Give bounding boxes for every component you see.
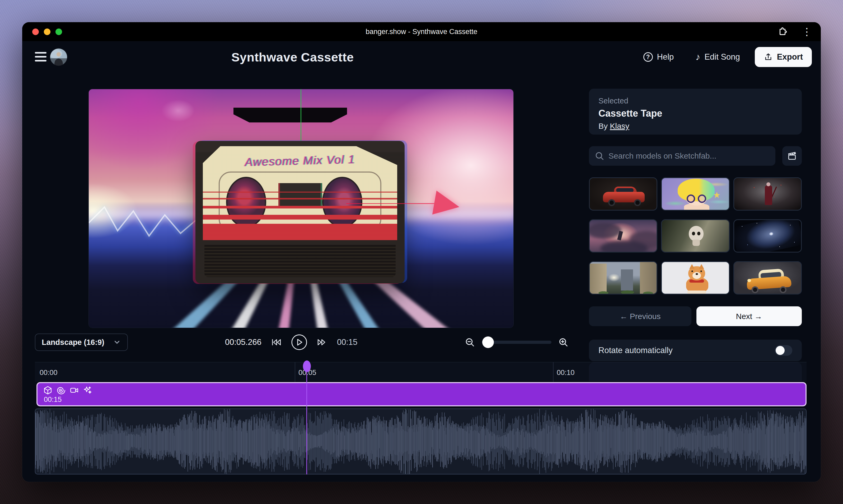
toggle-knob [776,346,785,355]
app-window: banger.show - Synthwave Cassette ⋮ Synth… [22,22,821,482]
rotate-card: Rotate automatically [589,340,802,361]
window-title: banger.show - Synthwave Cassette [22,22,821,41]
video-camera-icon [70,386,79,395]
ruler-tick: 00:00 [40,368,57,377]
clapperboard-icon [787,151,797,161]
chevron-down-icon [113,338,121,346]
app-header: Synthwave Cassette ? Help ♪ Edit Song Ex… [22,41,821,73]
vhs-noise [195,141,405,283]
my-uploads-button[interactable] [782,146,802,166]
zoom-slider[interactable] [482,341,551,344]
timeline-clip[interactable]: 00:15 [36,382,807,407]
avatar[interactable] [50,49,67,66]
page-title: Synthwave Cassette [231,41,354,73]
ruler-tick: 00:10 [557,368,575,377]
background-silhouette [234,108,347,123]
spiral-icon [56,386,66,395]
rewind-button[interactable] [271,338,281,347]
search-row [589,146,802,166]
model-thumbnail-ruined-city[interactable] [589,261,657,294]
selected-model-name: Cassette Tape [599,108,792,119]
audio-waveform[interactable] [35,409,807,474]
model-thumbnail-anime-girl[interactable] [661,177,729,211]
model-thumbnail-vintage-orange-car[interactable] [734,261,802,294]
model-byline: By Klasy [599,122,792,131]
previous-button[interactable]: ← Previous [589,306,691,326]
playhead[interactable] [303,359,311,475]
clip-duration-label: 00:15 [44,396,62,404]
transport-controls: 00:05.266 00:15 [225,334,358,351]
model-thumbnail-shiba-dog[interactable] [661,261,729,294]
fast-forward-button[interactable] [317,338,327,347]
right-arrow-icon: → [755,312,762,321]
model-thumbnail-clouds-airship[interactable] [589,219,657,253]
total-duration: 00:15 [337,338,358,347]
model-sidebar: Selected Cassette Tape By Klasy [589,89,802,381]
preview-viewport[interactable]: Awesome Mix Vol 1 [89,89,513,328]
clip-icons [43,386,92,395]
help-button[interactable]: ? Help [636,48,681,67]
model-thumbnail-spiral-galaxy[interactable] [734,219,802,253]
selected-label: Selected [599,96,792,105]
zoom-out-icon[interactable] [465,337,475,347]
help-icon: ? [643,52,653,62]
model-thumbnail-red-sports-car[interactable] [589,177,657,211]
left-arrow-icon: ← [620,312,627,321]
timeline-zoom-controls [465,334,568,351]
selected-model-card: Selected Cassette Tape By Klasy [589,89,802,134]
model-grid [589,177,802,294]
zoom-in-icon[interactable] [558,337,568,347]
next-button[interactable]: Next → [696,306,802,326]
menu-icon[interactable] [35,51,47,63]
pager: ← Previous Next → [589,306,802,326]
browser-menu-icon[interactable]: ⋮ [802,26,812,37]
extensions-icon[interactable] [777,26,788,37]
play-button[interactable] [291,334,307,350]
rotate-toggle[interactable] [775,345,792,356]
cassette-model: Awesome Mix Vol 1 [195,141,405,283]
edit-song-button[interactable]: ♪ Edit Song [688,47,746,67]
cube-icon [43,386,52,395]
export-icon [764,53,773,61]
aspect-ratio-dropdown[interactable]: Landscape (16:9) [35,334,128,351]
music-note-icon: ♪ [695,52,700,62]
red-arrow-line [346,203,437,204]
green-scan-line [300,89,301,143]
next-section-card [589,362,802,381]
red-cone-arrow [432,191,462,219]
sparkles-icon [83,386,92,395]
search-input[interactable] [589,146,775,166]
export-button[interactable]: Export [755,47,812,67]
playhead-line [306,370,307,474]
current-time: 00:05.266 [225,338,261,347]
author-link[interactable]: Klasy [610,122,629,130]
zoom-slider-knob[interactable] [482,337,494,348]
rotate-label: Rotate automatically [599,346,673,355]
model-thumbnail-dark-fantasy-figure[interactable] [734,177,802,211]
model-thumbnail-skull[interactable] [661,219,729,253]
titlebar: banger.show - Synthwave Cassette ⋮ [22,22,821,41]
